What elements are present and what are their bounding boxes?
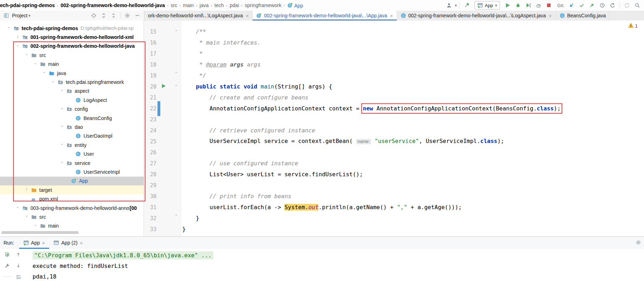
tree-row[interactable]: tech.pdai.springframework	[0, 78, 144, 86]
tree-row[interactable]: 001-spring-framework-demo-helloworld-xml	[0, 33, 144, 41]
vcs-update-button[interactable]	[567, 1, 576, 10]
line-number[interactable]: 15	[144, 29, 158, 35]
wrench-button[interactable]	[4, 262, 11, 269]
run-tab[interactable]: App×	[19, 237, 50, 249]
code-line[interactable]: }	[182, 213, 644, 224]
tree-row[interactable]: main	[0, 222, 144, 230]
collapse-all-button[interactable]	[110, 12, 117, 19]
run-configuration-select[interactable]: App▾	[475, 1, 500, 10]
code-line[interactable]: userList.forEach(a -> System.out.println…	[182, 202, 644, 213]
code-line[interactable]: // create and configure beans	[182, 92, 644, 103]
code-line[interactable]: * main interfaces.	[182, 37, 644, 48]
tree-row[interactable]: service	[0, 159, 144, 167]
line-number[interactable]: 23	[144, 116, 158, 123]
breadcrumb-item[interactable]: tech	[214, 2, 224, 8]
tree-row[interactable]: dao	[0, 122, 144, 131]
breadcrumb-item[interactable]: src	[171, 2, 177, 8]
chevron-right-icon[interactable]	[14, 35, 22, 39]
tree-row[interactable]: CBeansConfig	[0, 114, 144, 122]
tree-row[interactable]: main	[0, 60, 144, 69]
line-number[interactable]: 24	[144, 127, 158, 134]
code-editor[interactable]: 15⌄ /**16 * main interfaces.17 *18 * @pa…	[144, 21, 644, 236]
chevron-down-icon[interactable]	[31, 62, 40, 66]
tree-row[interactable]: java	[0, 69, 144, 78]
code-line[interactable]: AnnotationConfigApplicationContext conte…	[182, 103, 644, 114]
chevron-down-icon[interactable]	[58, 143, 67, 147]
code-line[interactable]: }	[182, 224, 644, 235]
line-number[interactable]: 33	[144, 226, 158, 233]
gear-button[interactable]	[124, 12, 131, 19]
arrow-down-button[interactable]	[15, 262, 22, 269]
minus-button[interactable]	[134, 12, 140, 19]
chevron-down-icon[interactable]	[49, 80, 58, 84]
tree-row[interactable]: CApp	[0, 177, 144, 185]
run-settings-gear-icon[interactable]	[636, 240, 641, 247]
project-panel-title[interactable]: Project	[12, 13, 28, 18]
line-number[interactable]: 16	[144, 40, 158, 46]
editor-tab[interactable]: ork-demo-helloworld-xml\...\LogAspect.ja…	[144, 11, 253, 21]
chevron-down-icon[interactable]	[23, 215, 31, 219]
tree-row[interactable]: CUser	[0, 149, 144, 158]
run-button[interactable]	[503, 1, 512, 10]
tree-row[interactable]: 003-spring-framework-demo-helloworld-ann…	[0, 203, 144, 212]
breadcrumb-item[interactable]: pdai	[230, 2, 239, 8]
code-line[interactable]: // use configured instance	[182, 158, 644, 169]
breadcrumb-item[interactable]: CApp	[287, 2, 303, 8]
tree-row[interactable]: mpom.xml	[0, 194, 144, 203]
code-line[interactable]: // print info from beans	[182, 191, 644, 202]
breadcrumb-item[interactable]: springframework	[245, 2, 281, 8]
chevron-down-icon[interactable]: ▾	[455, 3, 457, 8]
user-button[interactable]	[444, 1, 454, 10]
update-app-button[interactable]	[622, 1, 632, 10]
line-number[interactable]: 31	[144, 204, 158, 211]
tree-row[interactable]: target	[0, 185, 144, 194]
chevron-down-icon[interactable]	[14, 206, 22, 210]
breadcrumb-item[interactable]: 002-spring-framework-demo-helloworld-jav…	[61, 2, 165, 8]
line-number[interactable]: 32	[144, 215, 158, 222]
run-line-button[interactable]	[161, 84, 166, 90]
rollback-button[interactable]	[608, 1, 617, 10]
tree-row[interactable]: src	[0, 212, 144, 221]
chevron-down-icon[interactable]	[31, 224, 40, 228]
tree-row[interactable]: CUserServiceImpl	[0, 167, 144, 176]
close-icon[interactable]: ×	[42, 240, 45, 246]
line-number[interactable]: 18	[144, 62, 158, 68]
line-number[interactable]: 21	[144, 94, 158, 101]
history-button[interactable]	[598, 1, 607, 10]
code-line[interactable]: * @param args args	[182, 59, 644, 70]
fold-marker-icon[interactable]: ⌃	[174, 214, 178, 219]
tree-row[interactable]: 002-spring-framework-demo-helloworld-jav…	[0, 42, 144, 51]
build-hammer-button[interactable]	[462, 1, 471, 10]
line-number[interactable]: 26	[144, 149, 158, 156]
chevron-down-icon[interactable]	[5, 26, 13, 30]
line-number[interactable]: 17	[144, 51, 158, 57]
code-line[interactable]: */	[182, 70, 644, 81]
close-icon[interactable]: ×	[549, 13, 552, 19]
code-line[interactable]: public static void main(String[] args) {	[182, 81, 644, 92]
arrow-up-button[interactable]	[15, 251, 22, 258]
fold-marker-icon[interactable]: ⌄	[174, 82, 178, 87]
chevron-down-icon[interactable]	[23, 53, 31, 57]
line-number[interactable]: 20	[144, 84, 158, 90]
close-icon[interactable]: ×	[80, 240, 83, 246]
code-line[interactable]: List<User> userList = service.findUserLi…	[182, 169, 644, 180]
code-line[interactable]: // retrieve configured instance	[182, 125, 644, 136]
tree-row[interactable]: aspect	[0, 87, 144, 96]
vcs-commit-button[interactable]	[577, 1, 586, 10]
rerun-button[interactable]	[4, 251, 11, 258]
line-number[interactable]: 19	[144, 73, 158, 79]
chevron-down-icon[interactable]	[58, 161, 67, 165]
chevron-down-icon[interactable]: ▾	[29, 13, 31, 18]
chevron-down-icon[interactable]	[14, 44, 22, 48]
chevron-down-icon[interactable]	[58, 125, 67, 129]
editor-tab[interactable]: CBeansConfig.java	[556, 11, 610, 21]
tree-row[interactable]: config	[0, 105, 144, 114]
fold-marker-icon[interactable]: ⌄	[174, 27, 178, 32]
search-button[interactable]	[633, 1, 642, 10]
code-line[interactable]: *	[182, 48, 644, 59]
breadcrumb-item[interactable]: ech-pdai-spring-demos	[0, 2, 55, 8]
line-number[interactable]: 30	[144, 193, 158, 200]
breadcrumb-item[interactable]: java	[200, 2, 209, 8]
close-icon[interactable]: ×	[390, 13, 393, 19]
line-number[interactable]: 27	[144, 160, 158, 167]
